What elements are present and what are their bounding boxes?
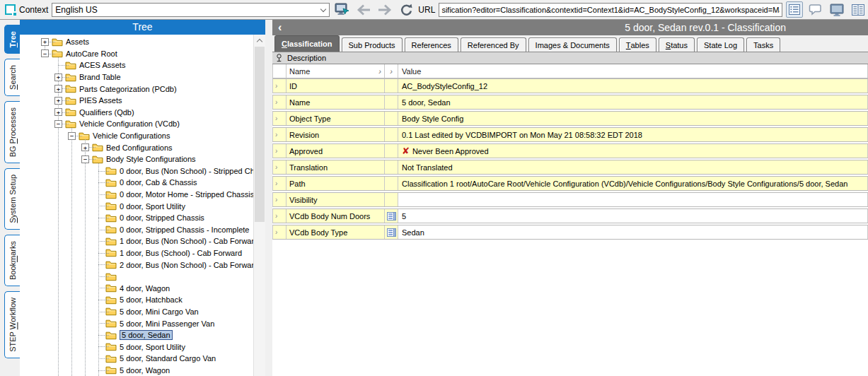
attribute-row-object-type[interactable]: Object TypeBody Style Config bbox=[272, 111, 868, 126]
side-tab-bg-processes[interactable]: BG Processes bbox=[4, 101, 20, 163]
tree-item-5-door-hatchback[interactable]: 5 door, Hatchback bbox=[20, 294, 253, 306]
expand-plus-icon[interactable]: + bbox=[54, 74, 62, 81]
editor-tab-images-documents[interactable]: Images & Documents bbox=[528, 37, 617, 52]
tree-item-5-door-mini-cargo-van[interactable]: 5 door, Mini Cargo Van bbox=[20, 306, 253, 318]
panel-splitter[interactable] bbox=[265, 20, 272, 376]
row-expand-chevron[interactable] bbox=[273, 209, 287, 223]
name-column-header[interactable]: Name bbox=[287, 64, 385, 78]
tree-item-5-door-standard-cargo-van[interactable]: 5 door, Standard Cargo Van bbox=[20, 353, 253, 365]
row-expand-chevron[interactable] bbox=[273, 193, 287, 206]
side-tab-search[interactable]: Search bbox=[4, 59, 20, 96]
editor-tab-referenced-by[interactable]: Referenced By bbox=[461, 37, 526, 52]
row-expand-chevron[interactable] bbox=[273, 95, 287, 109]
open-in-editor-button[interactable] bbox=[333, 2, 351, 18]
editor-tab-tables[interactable]: Tables bbox=[619, 37, 656, 52]
side-tab-step-workflow[interactable]: STEP Workflow bbox=[4, 291, 20, 358]
tree-item-qualifiers-qdb[interactable]: +Qualifiers (Qdb) bbox=[20, 107, 253, 119]
attribute-row-vcdb-body-num-doors[interactable]: VCdb Body Num Doors5 bbox=[272, 208, 868, 223]
back-button[interactable] bbox=[354, 2, 372, 18]
tables-view-button[interactable] bbox=[849, 2, 867, 18]
tree-item-4-door-wagon[interactable]: 4 door, Wagon bbox=[20, 282, 253, 294]
editor-tab-references[interactable]: References bbox=[405, 37, 458, 52]
tree-scrollbar[interactable] bbox=[253, 35, 265, 376]
expand-plus-icon[interactable]: + bbox=[54, 97, 62, 105]
chevron-down-icon[interactable] bbox=[317, 4, 329, 16]
expand-plus-icon[interactable]: + bbox=[81, 143, 89, 151]
tree-item-assets[interactable]: +Assets bbox=[20, 36, 253, 48]
editor-tab-classification[interactable]: Classification bbox=[274, 35, 340, 52]
context-select[interactable]: English US bbox=[52, 3, 330, 17]
mid-column-header[interactable] bbox=[385, 64, 398, 78]
tree-item-parts-categorization-pcdb[interactable]: +Parts Categorization (PCdb) bbox=[20, 83, 253, 95]
tree-item-vehicle-configuration-vcdb[interactable]: −Vehicle Configuration (VCdb) bbox=[20, 118, 253, 130]
tree-item-0-door-cab-chassis[interactable]: 0 door, Cab & Chassis bbox=[20, 177, 253, 189]
tree-item-autocare-root[interactable]: −AutoCare Root bbox=[20, 48, 253, 60]
tree-item-2-door-bus-non-school-cab-forward[interactable]: 2 door, Bus (Non School) - Cab Forward bbox=[20, 259, 253, 271]
row-expand-chevron[interactable] bbox=[273, 160, 287, 174]
attribute-value[interactable] bbox=[398, 193, 868, 206]
attribute-value[interactable]: 5 bbox=[398, 209, 868, 223]
tree-item-1-door-bus-school-cab-forward[interactable]: 1 door, Bus (School) - Cab Forward bbox=[20, 247, 253, 259]
row-expand-chevron[interactable] bbox=[273, 177, 287, 190]
attribute-row-revision[interactable]: Revision0.1 Last edited by VCDBIMPORT on… bbox=[272, 127, 868, 142]
expand-plus-icon[interactable]: + bbox=[54, 108, 62, 116]
attribute-row-name[interactable]: Name5 door, Sedan bbox=[272, 95, 868, 110]
expand-plus-icon[interactable]: + bbox=[41, 38, 49, 46]
editor-tab-tasks[interactable]: Tasks bbox=[746, 37, 780, 52]
never-approved-icon bbox=[402, 146, 410, 156]
attribute-mid-cell[interactable] bbox=[385, 209, 398, 223]
collapse-panel-icon[interactable] bbox=[278, 22, 282, 33]
attribute-row-id[interactable]: IDAC_BodyStyleConfig_12 bbox=[272, 78, 868, 93]
attribute-mid-cell[interactable] bbox=[385, 225, 398, 239]
side-tab-bookmarks[interactable]: Bookmarks bbox=[4, 235, 20, 286]
editor-tab-state-log[interactable]: State Log bbox=[697, 37, 744, 52]
details-view-button[interactable] bbox=[786, 1, 803, 18]
screen-view-button[interactable] bbox=[828, 2, 845, 18]
tree-item-1-door-bus-non-school-cab-forward[interactable]: 1 door, Bus (Non School) - Cab Forward bbox=[20, 235, 253, 247]
row-expand-chevron[interactable] bbox=[273, 144, 287, 158]
value-column-header[interactable]: Value bbox=[398, 64, 868, 78]
forward-button[interactable] bbox=[376, 2, 393, 18]
row-expand-chevron[interactable] bbox=[273, 225, 287, 239]
tree-item-bed-configurations[interactable]: +Bed Configurations bbox=[20, 141, 253, 153]
collapse-minus-icon[interactable]: − bbox=[81, 155, 89, 163]
scrollbar-thumb[interactable] bbox=[255, 47, 265, 222]
row-expand-chevron[interactable] bbox=[273, 128, 287, 141]
row-expand-chevron[interactable] bbox=[273, 79, 287, 93]
description-section-header[interactable]: Description bbox=[272, 52, 868, 64]
url-input[interactable] bbox=[439, 3, 782, 17]
tree-item-pies-assets[interactable]: +PIES Assets bbox=[20, 95, 253, 107]
attribute-row-vcdb-body-type[interactable]: VCdb Body TypeSedan bbox=[272, 225, 868, 240]
tree-item-0-door-sport-utility[interactable]: 0 door, Sport Utility bbox=[20, 200, 253, 212]
tree-item-partial[interactable] bbox=[20, 271, 253, 283]
tree-item-5-door-sport-utility[interactable]: 5 door, Sport Utility bbox=[20, 341, 253, 353]
refresh-button[interactable] bbox=[397, 2, 415, 18]
tree-item-5-door-wagon[interactable]: 5 door, Wagon bbox=[20, 365, 253, 376]
attribute-row-translation[interactable]: TranslationNot Translated bbox=[272, 160, 868, 175]
tree-item-0-door-stripped-chassis[interactable]: 0 door, Stripped Chassis bbox=[20, 212, 253, 224]
tree-item-brand-table[interactable]: +Brand Table bbox=[20, 71, 253, 83]
attribute-row-visibility[interactable]: Visibility bbox=[272, 192, 868, 207]
editor-tab-sub-products[interactable]: Sub Products bbox=[342, 37, 403, 52]
attribute-value[interactable]: Sedan bbox=[398, 225, 868, 239]
scroll-up-button[interactable] bbox=[254, 35, 265, 46]
collapse-minus-icon[interactable]: − bbox=[68, 132, 76, 140]
tree-item-5-door-mini-passenger-van[interactable]: 5 door, Mini Passenger Van bbox=[20, 317, 253, 329]
collapse-minus-icon[interactable]: − bbox=[54, 120, 62, 128]
side-tab-system-setup[interactable]: System Setup bbox=[4, 168, 20, 229]
editor-tab-status[interactable]: Status bbox=[659, 37, 695, 52]
annotations-button[interactable] bbox=[806, 2, 824, 18]
attribute-row-path[interactable]: PathClassification 1 root/AutoCare Root/… bbox=[272, 176, 868, 191]
expand-plus-icon[interactable]: + bbox=[54, 85, 62, 93]
row-expand-chevron[interactable] bbox=[273, 112, 287, 125]
tree-item-0-door-motor-home-stripped-chassis[interactable]: 0 door, Motor Home - Stripped Chassis bbox=[20, 189, 253, 201]
side-tab-tree[interactable]: Tree bbox=[4, 25, 20, 54]
tree-item-0-door-bus-non-school-stripped-chassis[interactable]: 0 door, Bus (Non School) - Stripped Chas… bbox=[20, 165, 253, 177]
tree-item-vehicle-configurations[interactable]: −Vehicle Configurations bbox=[20, 130, 253, 142]
tree-item-aces-assets[interactable]: ACES Assets bbox=[20, 59, 253, 71]
tree-item-0-door-stripped-chassis-incomplete[interactable]: 0 door, Stripped Chassis - Incomplete bbox=[20, 224, 253, 236]
collapse-minus-icon[interactable]: − bbox=[41, 49, 49, 57]
tree-item-body-style-configurations[interactable]: −Body Style Configurations bbox=[20, 153, 253, 165]
attribute-row-approved[interactable]: ApprovedNever Been Approved bbox=[272, 143, 868, 158]
tree-item-5-door-sedan[interactable]: 5 door, Sedan bbox=[20, 329, 253, 341]
